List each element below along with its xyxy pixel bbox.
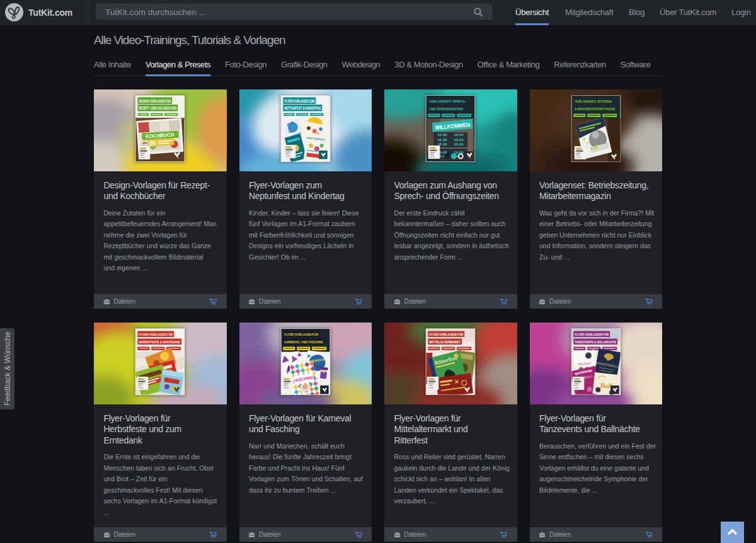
svg-text:16:00: 16:00 bbox=[454, 138, 464, 142]
svg-text:FLYER-VORLAGEN FÜR: FLYER-VORLAGEN FÜR bbox=[429, 332, 463, 336]
svg-text:FLYER-VORLAGEN FÜR: FLYER-VORLAGEN FÜR bbox=[284, 332, 318, 336]
svg-text:& MITARBEITERZEITUNGEN: & MITARBEITERZEITUNGEN bbox=[575, 106, 615, 111]
svg-text:UND ÖFFNUNGSZEITEN: UND ÖFFNUNGSZEITEN bbox=[429, 106, 463, 111]
svg-text:FLYER-VORLAGEN ZUM: FLYER-VORLAGEN ZUM bbox=[284, 99, 314, 103]
svg-text:FLYER-VORLAGEN FÜR: FLYER-VORLAGEN FÜR bbox=[139, 332, 173, 336]
svg-text:VORLAGENSET: SPRECH-: VORLAGENSET: SPRECH- bbox=[429, 99, 466, 103]
svg-text:16:00: 16:00 bbox=[437, 133, 447, 137]
svg-text:VORLAGENSET: BETRIEBS-: VORLAGENSET: BETRIEBS- bbox=[575, 99, 612, 103]
svg-text:NEPTUNFEST & KINDERTAG: NEPTUNFEST & KINDERTAG bbox=[284, 106, 321, 110]
svg-text:16:00: 16:00 bbox=[454, 142, 464, 146]
svg-text:16:00: 16:00 bbox=[454, 133, 464, 137]
svg-text:DESIGN-VORLAGEN FÜR: DESIGN-VORLAGEN FÜR bbox=[139, 98, 171, 103]
svg-text:KARNEVAL UND FASCHING: KARNEVAL UND FASCHING bbox=[284, 340, 323, 344]
svg-text:REZEPT- UND KOCHBÜCHER: REZEPT- UND KOCHBÜCHER bbox=[139, 105, 176, 110]
svg-text:16:00: 16:00 bbox=[437, 138, 447, 142]
svg-text:HERBSTFESTE & ERNTEDANK: HERBSTFESTE & ERNTEDANK bbox=[139, 340, 180, 344]
svg-text:MITTELALTERMARKT: MITTELALTERMARKT bbox=[429, 340, 461, 344]
svg-text:TANZEVENTS & BALLNÄCHTE: TANZEVENTS & BALLNÄCHTE bbox=[575, 340, 616, 344]
svg-text:26: 26 bbox=[149, 139, 156, 147]
svg-text:FLYER-VORLAGEN FÜR: FLYER-VORLAGEN FÜR bbox=[575, 332, 609, 336]
